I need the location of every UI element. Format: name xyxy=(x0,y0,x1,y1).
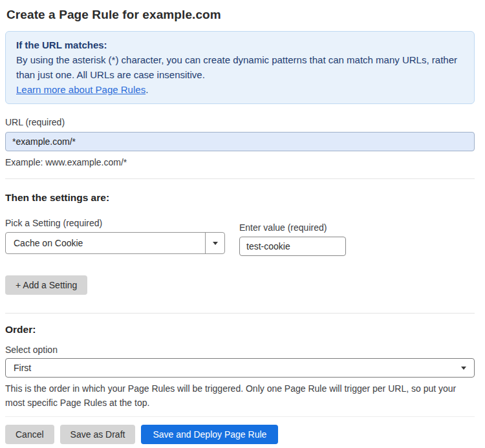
order-select-dropdown[interactable]: First xyxy=(5,358,475,378)
footer-actions: Cancel Save as Draft Save and Deploy Pag… xyxy=(5,425,475,444)
setting-picker-arrow-button[interactable] xyxy=(205,233,224,253)
setting-picker-label: Pick a Setting (required) xyxy=(5,218,225,228)
settings-row: Pick a Setting (required) Cache on Cooki… xyxy=(5,218,475,256)
info-box-heading: If the URL matches: xyxy=(16,37,464,52)
page-title: Create a Page Rule for example.com xyxy=(6,8,475,22)
order-select-label: Select option xyxy=(5,345,475,355)
url-input[interactable] xyxy=(5,132,475,151)
setting-value-input[interactable] xyxy=(239,237,346,256)
page-rule-form: Create a Page Rule for example.com If th… xyxy=(0,0,485,448)
setting-value-column: Enter value (required) xyxy=(239,218,346,256)
url-field-label: URL (required) xyxy=(5,117,475,127)
setting-picker-dropdown[interactable]: Cache on Cookie xyxy=(5,232,225,254)
save-as-draft-button[interactable]: Save as Draft xyxy=(60,425,136,444)
chevron-down-icon xyxy=(461,367,466,370)
order-selected-value: First xyxy=(14,363,31,373)
order-section-heading: Order: xyxy=(5,324,475,336)
save-and-deploy-button[interactable]: Save and Deploy Page Rule xyxy=(141,425,278,444)
info-box-body: By using the asterisk (*) character, you… xyxy=(16,52,464,82)
setting-picker-selected-value: Cache on Cookie xyxy=(6,238,205,248)
divider xyxy=(5,313,475,314)
setting-picker-column: Pick a Setting (required) Cache on Cooki… xyxy=(5,218,225,256)
chevron-down-icon xyxy=(213,242,218,245)
link-suffix: . xyxy=(146,84,148,95)
value-field-label: Enter value (required) xyxy=(239,222,346,233)
cancel-button[interactable]: Cancel xyxy=(5,425,54,444)
divider xyxy=(5,178,475,179)
divider xyxy=(5,416,475,417)
settings-section-heading: Then the settings are: xyxy=(5,192,475,204)
order-helper-text: This is the order in which your Page Rul… xyxy=(5,381,475,410)
url-example-helper: Example: www.example.com/* xyxy=(5,155,475,169)
add-setting-button[interactable]: + Add a Setting xyxy=(5,275,87,295)
learn-more-link[interactable]: Learn more about Page Rules xyxy=(16,84,146,95)
info-box-link-line: Learn more about Page Rules. xyxy=(16,82,464,97)
url-match-info-box: If the URL matches: By using the asteris… xyxy=(5,31,475,104)
